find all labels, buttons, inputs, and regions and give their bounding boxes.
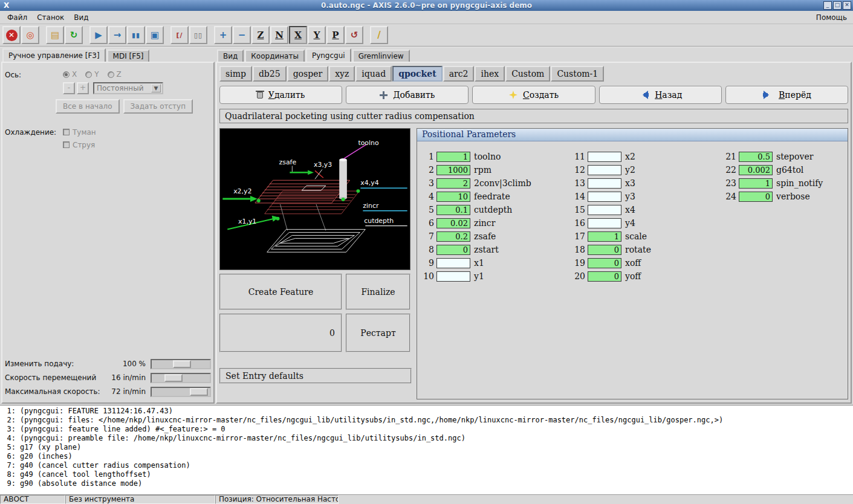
zoom-out-button[interactable]: − bbox=[233, 26, 251, 44]
view-top-button[interactable]: Z bbox=[251, 26, 270, 44]
subtab-db25[interactable]: db25 bbox=[253, 66, 287, 82]
action-create-button[interactable]: Создать bbox=[472, 86, 595, 104]
feed-override-slider[interactable] bbox=[151, 359, 211, 369]
action-back-button[interactable]: Назад bbox=[599, 86, 722, 104]
param-entry-y2[interactable] bbox=[588, 165, 621, 175]
set-entry-defaults-button[interactable]: Set Entry defaults bbox=[219, 368, 412, 384]
axis-radio-y[interactable]: Y bbox=[85, 70, 99, 79]
coolant-mist-checkbox[interactable]: Туман bbox=[63, 128, 96, 137]
pause-program-button[interactable]: ▮▮ bbox=[127, 26, 145, 44]
slider-handle[interactable] bbox=[190, 388, 208, 396]
param-entry-cutdepth[interactable]: 0.1 bbox=[436, 205, 470, 215]
line-number: 9: bbox=[1, 479, 16, 488]
subtab-ihex[interactable]: ihex bbox=[475, 66, 505, 82]
coolant-flood-checkbox[interactable]: Струя bbox=[63, 141, 96, 149]
action-delete-button[interactable]: Удалить bbox=[219, 86, 342, 104]
view-side-button[interactable]: X bbox=[289, 26, 307, 44]
run-program-button[interactable]: ▶ bbox=[89, 26, 108, 44]
param-entry-spin_notify[interactable]: 1 bbox=[739, 178, 773, 189]
axis-radio-z[interactable]: Z bbox=[108, 70, 122, 79]
restart-button[interactable]: Рестарт bbox=[346, 314, 410, 352]
optional-pause-button[interactable]: ▯▯ bbox=[189, 26, 207, 44]
subtab-arc2[interactable]: arc2 bbox=[443, 66, 475, 82]
stop-program-button[interactable]: ▣ bbox=[146, 26, 164, 44]
param-entry-xoff[interactable]: 0 bbox=[588, 258, 621, 268]
jog-speed-slider[interactable] bbox=[151, 373, 211, 383]
tab-manual[interactable]: Ручное управление [F3] bbox=[2, 48, 106, 62]
subtab-simp[interactable]: simp bbox=[219, 66, 252, 82]
tab-gremlinview[interactable]: Gremlinview bbox=[352, 50, 410, 62]
slider-handle[interactable] bbox=[173, 360, 191, 368]
param-entry-zincr[interactable]: 0.02 bbox=[436, 218, 470, 228]
subtab-iquad[interactable]: iquad bbox=[355, 66, 392, 82]
param-entry-zsafe[interactable]: 0.2 bbox=[436, 231, 470, 242]
x11-logo-icon: X bbox=[2, 1, 11, 10]
tab-pyngcgui[interactable]: Pyngcgui bbox=[306, 48, 351, 62]
param-entry-x3[interactable] bbox=[588, 178, 621, 189]
subtab-gosper[interactable]: gosper bbox=[287, 66, 329, 82]
open-file-button[interactable]: ▤ bbox=[46, 26, 64, 44]
param-entry-zstart[interactable]: 0 bbox=[436, 245, 470, 255]
param-entry-verbose[interactable]: 0 bbox=[739, 192, 773, 202]
param-number: 23 bbox=[722, 178, 736, 188]
tab-preview[interactable]: Вид bbox=[217, 50, 244, 62]
param-entry-y1[interactable] bbox=[436, 271, 470, 282]
max-velocity-slider[interactable] bbox=[151, 387, 211, 397]
clear-plot-button[interactable]: / bbox=[370, 26, 388, 44]
param-entry-g64tol[interactable]: 0.002 bbox=[739, 165, 773, 175]
toolbar: ✕◎▤↻▶→▮▮▣[/▯▯+−ZNXYP↺/ bbox=[0, 24, 853, 47]
subtab-Custom-1[interactable]: Custom-1 bbox=[551, 66, 604, 82]
param-entry-rpm[interactable]: 1000 bbox=[436, 165, 470, 175]
param-entry-y3[interactable] bbox=[588, 192, 621, 202]
view-front-button[interactable]: Y bbox=[308, 26, 326, 44]
param-entry-y4[interactable] bbox=[588, 218, 621, 228]
rotate-view-button[interactable]: ↺ bbox=[345, 26, 363, 44]
menu-machine[interactable]: Станок bbox=[32, 12, 69, 23]
subtab-xyz[interactable]: xyz bbox=[329, 66, 355, 82]
home-all-button[interactable]: Все в начало bbox=[56, 99, 120, 114]
param-entry-rotate[interactable]: 0 bbox=[588, 245, 621, 255]
titlebar[interactable]: X 0.auto.ngc - AXIS 2.6.0~pre on pyngcgu… bbox=[0, 0, 853, 11]
menu-file[interactable]: Файл bbox=[2, 12, 32, 23]
set-offset-button[interactable]: Задать отступ bbox=[123, 99, 193, 114]
jog-mode-combobox[interactable]: Постоянный ▼ bbox=[93, 82, 163, 94]
menu-view[interactable]: Вид bbox=[69, 12, 93, 23]
line-text: g90 (absolute distance mode) bbox=[20, 479, 142, 488]
param-entry-stepover[interactable]: 0.5 bbox=[739, 152, 773, 162]
skip-lines-button[interactable]: [/ bbox=[170, 26, 189, 44]
tab-mdi[interactable]: MDI [F5] bbox=[107, 50, 150, 62]
subtab-Custom[interactable]: Custom bbox=[505, 66, 550, 82]
subtab-qpocket[interactable]: qpocket bbox=[392, 66, 443, 82]
param-row-x3: 13x3 bbox=[571, 176, 722, 190]
param-entry-feedrate[interactable]: 10 bbox=[436, 192, 470, 202]
menu-help[interactable]: Помощь bbox=[812, 12, 851, 23]
slider-handle[interactable] bbox=[164, 374, 183, 382]
param-entry-x2[interactable] bbox=[588, 152, 621, 162]
param-entry-2conv|3climb[interactable]: 2 bbox=[436, 178, 470, 189]
param-entry-x1[interactable] bbox=[436, 258, 470, 268]
param-entry-x4[interactable] bbox=[588, 205, 621, 215]
jog-minus-button[interactable]: - bbox=[63, 82, 75, 94]
action-forward-button[interactable]: Вперёд bbox=[725, 86, 848, 104]
axis-radio-x[interactable]: X bbox=[63, 70, 77, 79]
maximize-button[interactable]: □ bbox=[833, 1, 842, 10]
param-entry-yoff[interactable]: 0 bbox=[588, 271, 621, 282]
param-row-g64tol: 220.002g64tol bbox=[722, 163, 823, 176]
param-entry-scale[interactable]: 1 bbox=[588, 231, 621, 242]
jog-plus-button[interactable]: + bbox=[77, 82, 89, 94]
tab-dro[interactable]: Координаты bbox=[245, 50, 305, 62]
action-add-button[interactable]: Добавить bbox=[346, 86, 469, 104]
gcode-output-terminal[interactable]: 1:(pyngcgui: FEATURE 131124:16.47.43)2:(… bbox=[0, 405, 853, 494]
step-line-button[interactable]: → bbox=[108, 26, 126, 44]
close-button[interactable]: ✕ bbox=[843, 1, 851, 10]
view-top-rotated-button[interactable]: N bbox=[270, 26, 288, 44]
create-feature-button[interactable]: Create Feature bbox=[219, 274, 342, 310]
machine-power-button[interactable]: ◎ bbox=[21, 26, 39, 44]
minimize-button[interactable]: _ bbox=[823, 1, 832, 10]
finalize-button[interactable]: Finalize bbox=[346, 274, 410, 310]
view-perspective-button[interactable]: P bbox=[326, 26, 345, 44]
estop-button[interactable]: ✕ bbox=[2, 26, 21, 44]
reload-file-button[interactable]: ↻ bbox=[65, 26, 83, 44]
zoom-in-button[interactable]: + bbox=[214, 26, 232, 44]
param-entry-toolno[interactable]: 1 bbox=[436, 152, 470, 162]
